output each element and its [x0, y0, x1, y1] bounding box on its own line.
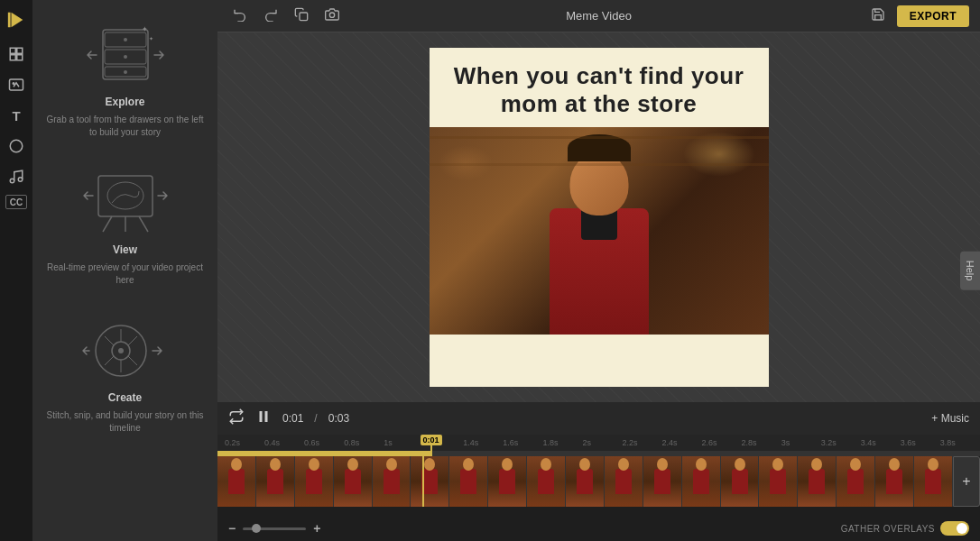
topbar: Meme Video EXPORT [217, 0, 980, 32]
undo-button[interactable] [228, 5, 252, 26]
svg-point-17 [124, 70, 127, 74]
svg-line-33 [105, 336, 114, 345]
view-illustration [76, 166, 175, 238]
topbar-right: EXPORT [866, 5, 969, 27]
tool-card-create: Create Stitch, snip, and build your stor… [42, 314, 208, 435]
film-frame [256, 456, 295, 507]
mark-1: 0.4s [264, 438, 304, 447]
redo-button[interactable] [259, 5, 282, 26]
video-thumbnail [430, 127, 769, 335]
help-button[interactable]: Help [960, 252, 980, 290]
copy-button[interactable] [290, 5, 313, 26]
film-frame [798, 456, 837, 507]
frame-figure [538, 469, 554, 494]
svg-line-29 [128, 336, 137, 345]
mark-0: 0.2s [225, 438, 264, 447]
svg-rect-34 [300, 13, 308, 21]
gather-overlays-toggle[interactable] [940, 521, 969, 536]
svg-rect-2 [10, 48, 15, 53]
meme-line1: When you can't find your [454, 62, 744, 89]
time-separator: / [314, 412, 317, 425]
current-time: 0:01 [282, 412, 303, 425]
svg-rect-3 [17, 48, 23, 53]
app-logo[interactable] [4, 7, 29, 32]
film-frame [334, 456, 373, 507]
create-illustration [76, 314, 175, 386]
svg-line-22 [103, 216, 112, 232]
add-clip-button[interactable]: + [953, 456, 980, 507]
page-title: Meme Video [566, 9, 632, 23]
zoom-out-button[interactable]: − [228, 521, 236, 536]
explore-illustration: ✦ ✦ [76, 18, 175, 90]
sidebar-item-captions[interactable]: CC [5, 195, 27, 209]
frame-figure [384, 469, 400, 494]
mark-4: 1s [384, 438, 423, 447]
sidebar-item-audio[interactable] [4, 164, 29, 189]
mark-16: 3.4s [861, 438, 901, 447]
mark-11: 2.4s [662, 438, 702, 447]
film-frame [217, 456, 256, 507]
svg-rect-4 [10, 55, 15, 60]
filmstrip-playhead [422, 456, 424, 507]
mark-6: 1.4s [463, 438, 503, 447]
gather-overlays-label: GATHER OVERLAYS [841, 524, 935, 534]
film-frame [837, 456, 875, 507]
film-frame [566, 456, 605, 507]
svg-rect-37 [265, 411, 268, 422]
video-scene [430, 127, 769, 335]
gather-overlays-section: GATHER OVERLAYS [841, 521, 969, 536]
frame-figure [345, 469, 361, 494]
svg-text:✦: ✦ [149, 36, 153, 41]
loop-button[interactable] [228, 408, 245, 428]
frame-figure [770, 469, 786, 494]
svg-rect-5 [17, 55, 23, 60]
film-frame [605, 456, 643, 507]
tool-card-view: View Real-time preview of your video pro… [42, 166, 208, 287]
mark-2: 0.6s [304, 438, 344, 447]
video-frame: When you can't find your mom at the stor… [430, 48, 769, 387]
film-frame [449, 456, 488, 507]
sidebar-item-layers[interactable] [4, 41, 29, 67]
create-desc: Stitch, snip, and build your story on th… [42, 409, 208, 435]
mark-18: 3.8s [940, 438, 980, 447]
topbar-left [228, 5, 344, 26]
frame-figure [847, 469, 864, 494]
mark-8: 1.8s [542, 438, 582, 447]
zoom-slider[interactable] [243, 527, 306, 530]
svg-point-35 [329, 13, 334, 17]
film-frame [721, 456, 760, 507]
film-frame [488, 456, 527, 507]
film-frame [682, 456, 721, 507]
mark-15: 3.2s [821, 438, 861, 447]
film-frame [759, 456, 798, 507]
svg-rect-36 [260, 411, 263, 422]
frame-figure [499, 469, 515, 494]
playhead-label: 0:01 [421, 435, 442, 445]
view-title: View [113, 243, 137, 256]
mark-10: 2.2s [622, 438, 661, 447]
tool-card-explore: ✦ ✦ Explore Grab a tool from the drawers… [42, 18, 208, 139]
sidebar-item-media[interactable] [4, 72, 29, 97]
svg-point-15 [124, 55, 127, 59]
svg-point-10 [18, 178, 23, 182]
zoom-in-button[interactable]: + [313, 521, 320, 536]
sidebar-item-text[interactable]: T [4, 103, 29, 128]
svg-point-9 [10, 179, 14, 183]
film-frame [875, 456, 914, 507]
music-button[interactable]: + Music [931, 412, 969, 425]
screenshot-button[interactable] [320, 5, 344, 26]
filmstrip-container: + [217, 456, 980, 507]
sidebar-item-shapes[interactable] [4, 133, 29, 159]
mark-7: 1.6s [503, 438, 542, 447]
export-button[interactable]: EXPORT [897, 5, 969, 27]
mark-17: 3.6s [901, 438, 940, 447]
control-bar: 0:01 / 0:03 + Music [217, 402, 980, 435]
mark-3: 0.8s [344, 438, 384, 447]
svg-rect-1 [8, 13, 11, 28]
pause-button[interactable] [255, 408, 272, 428]
save-button[interactable] [866, 5, 890, 26]
shelf1 [430, 136, 769, 139]
frame-figure [306, 469, 322, 494]
timeline-ruler: 0.2s 0.4s 0.6s 0.8s 1s 0:01 1.4s 1.6s 1.… [217, 435, 980, 451]
explore-title: Explore [105, 96, 144, 108]
